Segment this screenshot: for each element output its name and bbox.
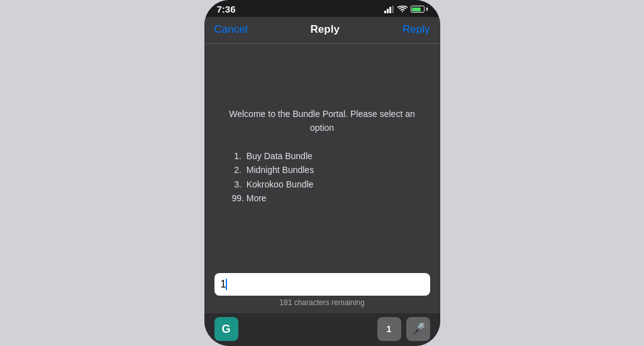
input-value: 1 (221, 279, 226, 290)
grammarly-button[interactable]: G (214, 317, 238, 341)
message-area: Welcome to the Bundle Portal. Please sel… (204, 44, 440, 268)
grammarly-icon: G (221, 323, 230, 336)
svg-rect-2 (389, 7, 391, 13)
microphone-icon: 🎤 (411, 322, 425, 336)
text-cursor (226, 279, 227, 290)
phone-frame: 7:36 (204, 0, 440, 346)
status-time: 7:36 (217, 4, 236, 14)
menu-item-3: 3. Kokrokoo Bundle (230, 177, 428, 191)
wifi-icon (397, 6, 408, 13)
nav-title: Reply (311, 23, 340, 36)
battery-icon (411, 6, 428, 13)
message-text: Welcome to the Bundle Portal. Please sel… (217, 107, 428, 206)
nav-bar: Cancel Reply Reply (204, 17, 440, 44)
menu-item-2: 2. Midnight Bundles (230, 163, 428, 177)
keyboard-toolbar: G 1 🎤 (204, 313, 440, 346)
input-section: 1 181 characters remaining (204, 268, 440, 313)
menu-item-99: 99. More (230, 191, 428, 205)
svg-rect-1 (387, 9, 389, 13)
status-icons (384, 6, 428, 13)
svg-rect-3 (392, 6, 394, 13)
microphone-button[interactable]: 🎤 (406, 317, 430, 341)
reply-input[interactable]: 1 (214, 273, 430, 296)
cancel-button[interactable]: Cancel (214, 23, 248, 36)
status-bar: 7:36 (204, 0, 440, 17)
svg-rect-0 (384, 11, 386, 13)
signal-icon (384, 6, 394, 13)
reply-button[interactable]: Reply (402, 23, 430, 36)
char-count: 181 characters remaining (214, 296, 430, 311)
number-badge-icon: 1 (387, 324, 392, 334)
menu-item-1: 1. Buy Data Bundle (230, 149, 428, 163)
number-badge-button[interactable]: 1 (377, 317, 401, 341)
